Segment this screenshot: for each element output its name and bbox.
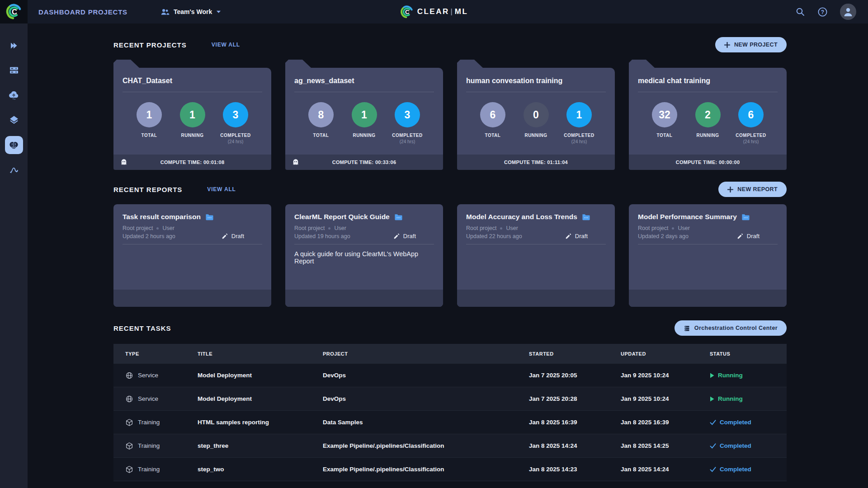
- stat-total: 1 TOTAL: [130, 102, 169, 144]
- topbar-actions: ?: [795, 4, 868, 20]
- sidebar-item-applications[interactable]: [5, 86, 23, 104]
- report-card[interactable]: ClearML Report Quick Guide Root project …: [285, 204, 443, 307]
- task-row[interactable]: Service Model Deployment DevOps Jan 7 20…: [113, 364, 787, 387]
- task-title: step_two: [198, 466, 323, 473]
- report-card[interactable]: Model Performance Summary Root project U…: [629, 204, 787, 307]
- sidebar-item-datasets[interactable]: [5, 111, 23, 129]
- task-project: DevOps: [323, 372, 529, 379]
- top-bar: C DASHBOARD PROJECTS Team's Work C CLEAR…: [0, 0, 868, 23]
- main-content: RECENT PROJECTS VIEW ALL NEW PROJECT CHA…: [28, 23, 868, 488]
- task-started: Jan 7 2025 20:05: [529, 372, 621, 379]
- task-title: step_three: [198, 442, 323, 449]
- project-card[interactable]: CHAT_Dataset 1 TOTAL 1 RUNNING: [113, 60, 271, 170]
- project-card[interactable]: medical chat training 32 TOTAL 2 RUNNING: [629, 60, 787, 170]
- report-updated: Updated 2 days ago: [638, 233, 689, 239]
- projects-view-all-link[interactable]: VIEW ALL: [212, 42, 240, 48]
- compute-time: COMPUTE TIME: 00:33:06: [332, 160, 396, 165]
- report-card-top: ClearML Report Quick Guide Root project …: [285, 204, 443, 290]
- folder-tab: [629, 60, 655, 68]
- report-card-footer: [457, 290, 615, 307]
- reports-view-all-link[interactable]: VIEW ALL: [207, 186, 236, 192]
- project-card[interactable]: human convesation training 6 TOTAL 0 RUN…: [457, 60, 615, 170]
- report-title: ClearML Report Quick Guide: [294, 213, 390, 221]
- check-icon: [710, 467, 716, 472]
- task-title: Model Deployment: [198, 372, 323, 379]
- task-updated: Jan 9 2025 10:24: [621, 395, 710, 402]
- tasks-table-header: TYPE TITLE PROJECT STARTED UPDATED STATU…: [113, 344, 787, 364]
- orchestration-control-center-button[interactable]: Orchestration Control Center: [675, 320, 787, 336]
- pipelines-icon: [8, 164, 19, 176]
- project-card-body: medical chat training 32 TOTAL 2 RUNNING: [629, 68, 787, 155]
- projects-section-header: RECENT PROJECTS VIEW ALL NEW PROJECT: [113, 37, 787, 52]
- help-icon[interactable]: ?: [817, 7, 828, 17]
- report-status-label: Draft: [575, 233, 588, 239]
- task-started: Jan 8 2025 14:24: [529, 442, 621, 449]
- total-label: TOTAL: [142, 133, 157, 138]
- globe-icon: [125, 395, 133, 403]
- task-project: Example Pipeline/.pipelines/Classificati…: [323, 442, 529, 449]
- report-folder-icon: [394, 213, 403, 221]
- plus-icon: [724, 42, 730, 48]
- tasks-section-header: RECENT TASKS Orchestration Control Cente…: [113, 320, 787, 336]
- report-card[interactable]: Task result comparison Root project User: [113, 204, 271, 307]
- report-updated: Updated 2 hours ago: [123, 233, 175, 239]
- report-updated: Updated 19 hours ago: [294, 233, 350, 239]
- task-status-label: Completed: [720, 442, 751, 449]
- task-updated: Jan 8 2025 14:24: [621, 466, 710, 473]
- task-project: DevOps: [323, 395, 529, 402]
- left-sidebar: [0, 23, 28, 488]
- total-label: TOTAL: [485, 133, 501, 138]
- project-card-footer: COMPUTE TIME: 00:00:00: [629, 155, 787, 170]
- report-card-top: Model Performance Summary Root project U…: [629, 204, 787, 290]
- report-card-footer: [629, 290, 787, 307]
- task-row[interactable]: Training step_two Example Pipeline/.pipe…: [113, 458, 787, 481]
- task-row[interactable]: Training HTML samples reporting Data Sam…: [113, 411, 787, 434]
- svg-text:C: C: [11, 8, 17, 16]
- sidebar-item-projects[interactable]: [5, 37, 23, 55]
- user-avatar[interactable]: [840, 4, 856, 20]
- project-title: medical chat training: [638, 77, 778, 85]
- search-icon[interactable]: [795, 7, 805, 17]
- task-type-cell: Training: [125, 465, 198, 474]
- brain-icon: [8, 140, 19, 151]
- cube-icon: [125, 418, 133, 427]
- folder-tab: [457, 60, 483, 68]
- total-circle: 32: [652, 102, 677, 127]
- task-row[interactable]: Service Model Deployment DevOps Jan 7 20…: [113, 387, 787, 411]
- clearml-logo[interactable]: C: [0, 0, 28, 23]
- report-status-badge: Draft: [565, 233, 588, 239]
- pencil-icon: [565, 233, 571, 239]
- svg-text:?: ?: [821, 9, 824, 15]
- col-updated: UPDATED: [621, 351, 710, 357]
- sidebar-item-pipelines[interactable]: [5, 161, 23, 179]
- new-project-button[interactable]: NEW PROJECT: [715, 37, 787, 52]
- report-status-label: Draft: [403, 233, 416, 239]
- task-status-label: Completed: [720, 419, 751, 426]
- workspace-switcher[interactable]: Team's Work: [160, 7, 221, 17]
- task-row[interactable]: Training step_three Example Pipeline/.pi…: [113, 434, 787, 458]
- new-report-button[interactable]: NEW REPORT: [718, 182, 787, 197]
- report-user: User: [506, 225, 518, 231]
- projects-heading: RECENT PROJECTS: [113, 41, 187, 49]
- brand-logo-center: C CLEAR ML: [400, 0, 468, 23]
- stat-completed: 3 COMPLETED (24 hrs): [388, 102, 427, 144]
- sidebar-item-models-active[interactable]: [5, 136, 23, 154]
- col-project: PROJECT: [323, 351, 529, 357]
- project-card[interactable]: ag_news_dataset 8 TOTAL 1 RUNNING: [285, 60, 443, 170]
- running-label: RUNNING: [353, 133, 375, 138]
- new-project-label: NEW PROJECT: [734, 42, 778, 48]
- report-card[interactable]: Model Accuracy and Loss Trends Root proj…: [457, 204, 615, 307]
- running-label: RUNNING: [524, 133, 547, 138]
- task-status: Running: [710, 372, 787, 379]
- sidebar-item-queues[interactable]: [5, 61, 23, 80]
- report-title: Task result comparison: [123, 213, 201, 221]
- task-status: Completed: [710, 466, 787, 473]
- report-updated: Updated 22 hours ago: [466, 233, 522, 239]
- orchestration-icon: [684, 325, 690, 332]
- queues-icon: [9, 65, 19, 76]
- folder-tab: [113, 60, 139, 68]
- meta-dot: [500, 227, 502, 230]
- project-card-footer: COMPUTE TIME: 01:11:04: [457, 155, 615, 170]
- project-card-footer: COMPUTE TIME: 00:33:06: [285, 155, 443, 170]
- pencil-icon: [393, 233, 400, 239]
